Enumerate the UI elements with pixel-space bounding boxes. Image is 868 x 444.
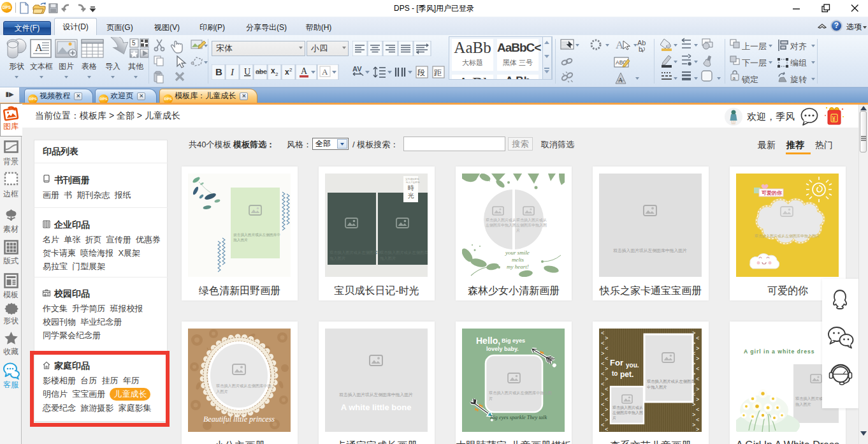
svg-text:>: > [601,392,604,398]
svg-text:双击插入图片或从左侧图库中拖: 双击插入图片或从左侧图库中拖 [216,383,271,389]
svg-text:段: 段 [417,68,425,77]
svg-text:左侧图库中拖入图: 左侧图库中拖入图 [486,223,516,228]
svg-text:<: < [601,371,604,378]
svg-text:双击插入图片或从左侧图库中拖入图片: 双击插入图片或从左侧图库中拖入图片 [755,233,820,239]
svg-text:惊人小生时光: 惊人小生时光 [405,181,420,184]
svg-text:Beautiful little princess: Beautiful little princess [203,415,275,424]
svg-text:双击插入图片或从左侧图库中: 双击插入图片或从左侧图库中 [329,250,382,255]
svg-text:x: x [271,66,275,75]
svg-text:a: a [733,75,736,81]
svg-text:AV: AV [352,65,362,73]
svg-text:入图片: 入图片 [216,389,228,394]
svg-text:>: > [601,351,604,357]
svg-text:A girl in a white dress: A girl in a white dress [744,348,815,355]
svg-text:拖入图片: 拖入图片 [795,402,811,407]
svg-text:左侧图库中拖入图: 左侧图库中拖入图 [516,223,547,228]
svg-text:2: 2 [289,67,293,73]
svg-text:>: > [605,366,608,373]
svg-text:>: > [696,346,699,352]
svg-text:拖入图片: 拖入图片 [329,256,345,261]
svg-text:双击插入图片或从: 双击插入图片或从 [516,218,547,223]
svg-text:片: 片 [489,396,493,401]
svg-text:>: > [605,417,608,424]
svg-text:双击插入图片或从左侧图库中: 双击插入图片或从左侧图库中 [233,233,280,237]
svg-text:<: < [601,361,604,367]
svg-text:U: U [244,67,250,77]
svg-text:<: < [605,427,608,432]
svg-text:<: < [601,381,604,388]
svg-text:<: < [696,366,699,373]
svg-text:可爱的你: 可爱的你 [761,190,783,196]
svg-text:>: > [696,397,699,403]
svg-text:you.: you. [626,362,639,369]
svg-text:<: < [605,397,608,403]
svg-text:<: < [696,376,699,383]
svg-text:pet.: pet. [620,370,633,379]
svg-text:>: > [696,427,699,432]
svg-text:A: A [322,67,328,77]
svg-text:B: B [215,66,222,77]
svg-text:双击插入图片或从: 双击插入图片或从 [486,218,516,223]
svg-text:>: > [692,422,695,429]
svg-text:I: I [230,67,235,77]
svg-text:x: x [285,68,289,77]
svg-text:双击插入图片或从左侧图库中: 双击插入图片或从左侧图库中 [380,250,428,255]
svg-text:to: to [612,370,618,377]
svg-text:左侧图库中拖入图: 左侧图库中拖入图 [612,410,643,415]
svg-text:<: < [696,407,699,413]
svg-text:時: 時 [408,184,414,191]
svg-text:<: < [696,336,699,342]
svg-text:双击插入图片或从左侧图库中拖入图: 双击插入图片或从左侧图库中拖入图 [489,390,552,396]
svg-text:<: < [601,412,604,418]
svg-text:双击插入图片或从: 双击插入图片或从 [612,405,643,410]
svg-text:距: 距 [434,68,442,77]
svg-text:>: > [605,376,608,383]
svg-text:<: < [605,346,608,352]
svg-text:拖入图片: 拖入图片 [233,238,248,242]
svg-text:双击插入图片或从左侧图库中拖入图片: 双击插入图片或从左侧图库中拖入图片 [613,248,687,253]
svg-text:A: A [301,66,308,76]
svg-text:¥: ¥ [832,115,836,122]
svg-text:<: < [601,341,604,347]
svg-text:Big eyes sparkle They talk: Big eyes sparkle They talk [490,414,547,420]
svg-text:<: < [601,402,604,408]
svg-text:A white little bone: A white little bone [341,403,412,412]
svg-text:片: 片 [516,228,520,233]
svg-text:>: > [692,412,695,418]
svg-text:A: A [35,42,43,53]
svg-text:<: < [601,422,604,429]
svg-text:Big eyes: Big eyes [502,337,525,344]
svg-text:拖入图片: 拖入图片 [379,256,396,261]
svg-text:双击插入图片或从左侧图库中拖入图片: 双击插入图片或从左侧图库中拖入图片 [339,392,413,397]
svg-text:lovely baby.: lovely baby. [486,346,519,352]
svg-text:your smile: your smile [505,249,530,256]
svg-text:For: For [610,358,623,367]
svg-text:<: < [605,387,608,393]
svg-text:中拖入图片: 中拖入图片 [647,385,667,390]
svg-text:光: 光 [408,192,414,199]
svg-text:A: A [616,39,624,51]
svg-text:my heart!: my heart! [507,263,529,270]
svg-text:abc: abc [256,68,267,75]
svg-text:>: > [696,387,699,393]
svg-text:A: A [618,77,623,84]
svg-text:>: > [605,407,608,413]
svg-text:5: 5 [132,40,136,47]
svg-text:<: < [696,417,699,424]
svg-text:<: < [605,356,608,362]
svg-text:片: 片 [612,416,616,420]
svg-text:双击插入图片或从左侧图库: 双击插入图片或从左侧图库 [647,379,695,384]
svg-text:宝贝成长时光: 宝贝成长时光 [405,177,419,181]
svg-text:Hello,: Hello, [476,336,500,346]
svg-text:b: b [639,45,642,53]
svg-text:melts: melts [512,256,524,263]
svg-text:>: > [605,336,608,342]
svg-text:>: > [696,356,699,362]
svg-text:2: 2 [275,71,278,77]
svg-text:<: < [601,330,604,337]
